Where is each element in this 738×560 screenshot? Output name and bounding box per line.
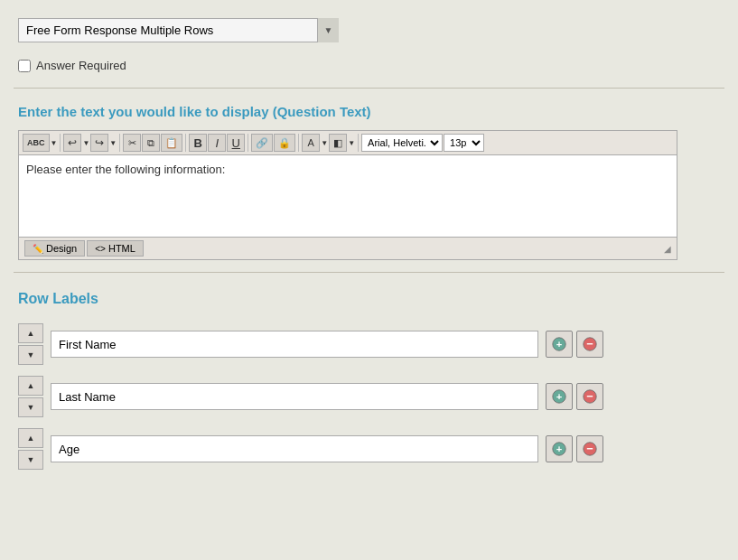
toolbar-color-group: A ▼ ◧ ▼ [302, 134, 359, 152]
undo-chevron-icon: ▼ [82, 139, 89, 147]
undo-button[interactable]: ↩ [63, 134, 81, 152]
bg-color-chevron-icon: ▼ [348, 139, 355, 147]
row-3-move-buttons: ▲ ▼ [18, 428, 43, 470]
answer-required-checkbox[interactable] [18, 60, 31, 72]
font-size-select[interactable]: 13px [444, 134, 484, 152]
divider-2 [14, 272, 724, 273]
bold-button[interactable]: B [189, 134, 207, 152]
design-tab-label: Design [46, 243, 77, 254]
row-item-3: ▲ ▼ + − [18, 428, 720, 470]
italic-button[interactable]: I [208, 134, 226, 152]
remove-icon: − [583, 389, 597, 404]
question-section: Enter the text you would like to display… [14, 93, 724, 267]
toolbar-font-group: Arial, Helveti... 13px [361, 134, 487, 152]
row-3-add-button[interactable]: + [546, 435, 573, 462]
answer-required-label[interactable]: Answer Required [36, 59, 126, 72]
row-2-remove-button[interactable]: − [576, 383, 603, 410]
copy-button[interactable]: ⧉ [142, 134, 160, 152]
down-arrow-icon: ▼ [27, 350, 35, 359]
paste-button[interactable]: 📋 [161, 134, 182, 152]
svg-text:+: + [556, 339, 563, 350]
row-1-move-down-button[interactable]: ▼ [18, 345, 43, 365]
row-2-action-buttons: + − [546, 383, 603, 410]
row-3-remove-button[interactable]: − [576, 435, 603, 462]
row-2-move-buttons: ▲ ▼ [18, 376, 43, 417]
html-tab-button[interactable]: <> HTML [87, 240, 144, 257]
design-tab-icon: ✏️ [33, 244, 43, 254]
row-1-action-buttons: + − [546, 331, 603, 358]
add-icon: + [552, 337, 566, 351]
paste-icon: 📋 [165, 137, 178, 149]
row-2-add-button[interactable]: + [546, 383, 573, 410]
unlink-icon: 🔒 [278, 137, 291, 149]
row-labels-title: Row Labels [18, 291, 720, 307]
add-icon: + [552, 389, 566, 404]
row-1-move-up-button[interactable]: ▲ [18, 323, 43, 343]
link-icon: 🔗 [256, 137, 268, 149]
undo-icon: ↩ [68, 136, 77, 149]
toolbar-spellcheck-group: ABC ▼ [23, 134, 61, 152]
editor-footer: ✏️ Design <> HTML ◢ [19, 237, 677, 259]
design-tab-button[interactable]: ✏️ Design [24, 240, 85, 257]
row-1-input[interactable] [51, 331, 538, 358]
svg-text:+: + [556, 391, 563, 402]
remove-icon: − [583, 442, 597, 456]
toolbar-clipboard-group: ✂ ⧉ 📋 [123, 134, 186, 152]
row-item-2: ▲ ▼ + − [18, 376, 720, 417]
svg-text:−: − [586, 389, 593, 403]
redo-button[interactable]: ↪ [90, 134, 108, 152]
editor-toolbar: ABC ▼ ↩ ▼ ↪ ▼ ✂ ⧉ [19, 131, 677, 155]
editor-content-text: Please enter the following information: [26, 163, 225, 176]
bg-color-button[interactable]: ◧ [329, 134, 347, 152]
down-arrow-icon: ▼ [27, 455, 35, 464]
row-labels-section: Row Labels ▲ ▼ + − [14, 277, 724, 488]
svg-text:+: + [556, 443, 563, 454]
type-select[interactable]: Free Form Response Multiple Rows Free Fo… [18, 18, 339, 42]
link-button[interactable]: 🔗 [251, 134, 273, 152]
up-arrow-icon: ▲ [27, 381, 35, 390]
copy-icon: ⧉ [147, 137, 154, 149]
down-arrow-icon: ▼ [27, 403, 35, 412]
toolbar-link-group: 🔗 🔒 [251, 134, 299, 152]
underline-button[interactable]: U [227, 134, 245, 152]
row-2-move-down-button[interactable]: ▼ [18, 397, 43, 417]
unlink-button[interactable]: 🔒 [274, 134, 295, 152]
row-3-move-up-button[interactable]: ▲ [18, 428, 43, 448]
row-2-move-up-button[interactable]: ▲ [18, 376, 43, 396]
toolbar-undo-group: ↩ ▼ ↪ ▼ [63, 134, 120, 152]
spellcheck-button[interactable]: ABC [23, 134, 50, 152]
html-tab-icon: <> [95, 244, 106, 254]
cut-icon: ✂ [128, 137, 136, 149]
row-3-action-buttons: + − [546, 435, 603, 462]
answer-required-row: Answer Required [14, 51, 724, 83]
bg-color-icon: ◧ [333, 137, 342, 149]
remove-icon: − [583, 337, 597, 351]
redo-icon: ↪ [95, 136, 104, 149]
svg-text:−: − [586, 337, 593, 350]
font-family-select[interactable]: Arial, Helveti... [361, 134, 443, 152]
editor-footer-tabs: ✏️ Design <> HTML [24, 240, 144, 257]
row-3-move-down-button[interactable]: ▼ [18, 450, 43, 470]
redo-chevron-icon: ▼ [109, 139, 117, 147]
toolbar-format-group: B I U [189, 134, 248, 152]
row-item-1: ▲ ▼ + − [18, 323, 720, 365]
font-color-chevron-icon: ▼ [321, 139, 328, 147]
font-color-button[interactable]: A [302, 134, 320, 152]
html-tab-label: HTML [108, 243, 135, 254]
font-color-icon: A [308, 137, 314, 148]
editor-content-area[interactable]: Please enter the following information: [19, 155, 677, 237]
row-1-remove-button[interactable]: − [576, 331, 603, 358]
up-arrow-icon: ▲ [27, 434, 35, 443]
question-section-label: Enter the text you would like to display… [18, 104, 720, 119]
cut-button[interactable]: ✂ [123, 134, 141, 152]
spellcheck-icon: ABC [27, 138, 45, 147]
row-3-input[interactable] [51, 435, 538, 462]
row-2-input[interactable] [51, 383, 538, 410]
svg-text:−: − [586, 442, 593, 455]
row-1-add-button[interactable]: + [546, 331, 573, 358]
up-arrow-icon: ▲ [27, 329, 35, 338]
type-select-container: Free Form Response Multiple Rows Free Fo… [18, 18, 339, 42]
row-1-move-buttons: ▲ ▼ [18, 323, 43, 365]
spellcheck-chevron-icon: ▼ [51, 139, 58, 147]
editor-resize-handle[interactable]: ◢ [664, 244, 671, 254]
